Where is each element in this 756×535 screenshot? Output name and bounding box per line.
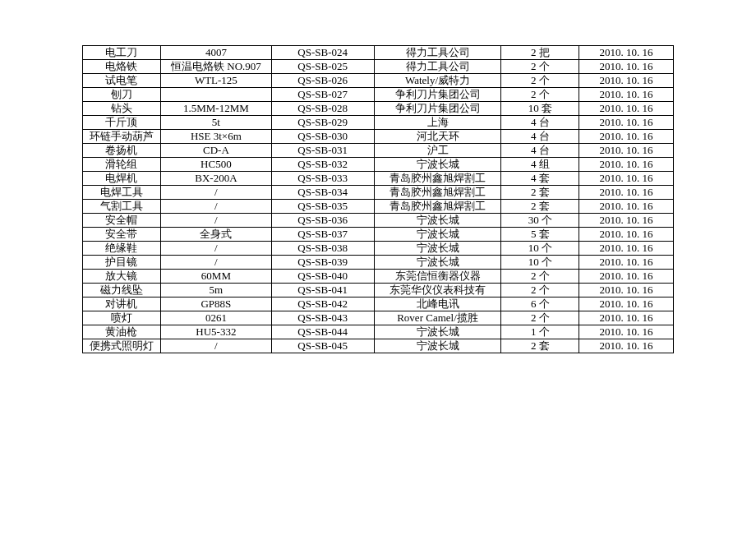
table-cell: 2 个 — [501, 60, 579, 74]
table-cell: 争利刀片集团公司 — [374, 102, 501, 116]
table-cell: 4007 — [160, 46, 271, 60]
table-row: 滑轮组HC500QS-SB-032宁波长城4 组2010. 10. 16 — [83, 158, 674, 172]
table-cell: Rover Camel/揽胜 — [374, 311, 501, 325]
table-cell: 全身式 — [160, 228, 271, 242]
equipment-table: 电工刀4007QS-SB-024得力工具公司2 把2010. 10. 16电烙铁… — [82, 45, 674, 353]
table-row: 电焊机BX-200AQS-SB-033青岛胶州鑫旭焊割工4 套2010. 10.… — [83, 172, 674, 186]
table-row: 卷扬机CD-AQS-SB-031沪工4 台2010. 10. 16 — [83, 144, 674, 158]
table-cell: 10 个 — [501, 242, 579, 256]
table-cell: / — [160, 242, 271, 256]
table-cell: 试电笔 — [83, 74, 161, 88]
table-cell: 北峰电讯 — [374, 297, 501, 311]
table-cell: 2 个 — [501, 88, 579, 102]
table-cell: 2010. 10. 16 — [579, 200, 674, 214]
table-cell: 喷灯 — [83, 311, 161, 325]
table-cell: 上海 — [374, 116, 501, 130]
table-cell: QS-SB-043 — [271, 311, 374, 325]
table-cell: QS-SB-024 — [271, 46, 374, 60]
table-row: 环链手动葫芦HSE 3t×6mQS-SB-030河北天环4 台2010. 10.… — [83, 130, 674, 144]
table-cell: 2010. 10. 16 — [579, 284, 674, 297]
table-cell: 刨刀 — [83, 88, 161, 102]
table-cell: 2010. 10. 16 — [579, 74, 674, 88]
table-cell: 2010. 10. 16 — [579, 228, 674, 242]
table-cell: 青岛胶州鑫旭焊割工 — [374, 200, 501, 214]
table-cell: 2010. 10. 16 — [579, 311, 674, 325]
table-cell: 得力工具公司 — [374, 46, 501, 60]
table-cell: 2010. 10. 16 — [579, 297, 674, 311]
table-cell: QS-SB-032 — [271, 158, 374, 172]
table-cell: 2010. 10. 16 — [579, 186, 674, 200]
table-cell: / — [160, 339, 271, 353]
table-row: 电焊工具/QS-SB-034青岛胶州鑫旭焊割工2 套2010. 10. 16 — [83, 186, 674, 200]
table-cell: 4 组 — [501, 158, 579, 172]
table-cell — [160, 88, 271, 102]
table-cell: 电焊工具 — [83, 186, 161, 200]
table-row: 绝缘鞋/QS-SB-038宁波长城10 个2010. 10. 16 — [83, 242, 674, 256]
table-cell: GP88S — [160, 297, 271, 311]
table-cell: BX-200A — [160, 172, 271, 186]
table-cell: 电烙铁 — [83, 60, 161, 74]
table-cell: QS-SB-026 — [271, 74, 374, 88]
table-cell: HSE 3t×6m — [160, 130, 271, 144]
table-cell: / — [160, 200, 271, 214]
table-cell: 2 个 — [501, 284, 579, 297]
table-cell: QS-SB-031 — [271, 144, 374, 158]
table-cell: 东莞华仪仪表科技有 — [374, 284, 501, 297]
table-cell: 30 个 — [501, 214, 579, 228]
table-cell: 宁波长城 — [374, 339, 501, 353]
table-cell: 2 把 — [501, 46, 579, 60]
table-cell: 钻头 — [83, 102, 161, 116]
table-row: 钻头1.5MM-12MMQS-SB-028争利刀片集团公司10 套2010. 1… — [83, 102, 674, 116]
table-cell: CD-A — [160, 144, 271, 158]
table-cell: 2010. 10. 16 — [579, 214, 674, 228]
table-cell: 4 套 — [501, 172, 579, 186]
table-cell: HU5-332 — [160, 325, 271, 339]
table-cell: QS-SB-029 — [271, 116, 374, 130]
table-cell: 滑轮组 — [83, 158, 161, 172]
table-cell: 2010. 10. 16 — [579, 46, 674, 60]
table-cell: HC500 — [160, 158, 271, 172]
table-cell: 宁波长城 — [374, 228, 501, 242]
table-cell: 5 套 — [501, 228, 579, 242]
table-cell: 青岛胶州鑫旭焊割工 — [374, 172, 501, 186]
table-cell: QS-SB-038 — [271, 242, 374, 256]
table-cell: 2010. 10. 16 — [579, 130, 674, 144]
table-row: 气割工具/QS-SB-035青岛胶州鑫旭焊割工2 套2010. 10. 16 — [83, 200, 674, 214]
table-cell: 5t — [160, 116, 271, 130]
table-cell: 宁波长城 — [374, 214, 501, 228]
table-cell: 10 套 — [501, 102, 579, 116]
table-cell: 对讲机 — [83, 297, 161, 311]
table-cell: 安全带 — [83, 228, 161, 242]
table-cell: 2 个 — [501, 311, 579, 325]
table-cell: QS-SB-028 — [271, 102, 374, 116]
table-cell: 得力工具公司 — [374, 60, 501, 74]
table-cell: 6 个 — [501, 297, 579, 311]
table-cell: / — [160, 214, 271, 228]
table-cell: 沪工 — [374, 144, 501, 158]
table-cell: 宁波长城 — [374, 256, 501, 270]
table-cell: 2010. 10. 16 — [579, 172, 674, 186]
table-cell: 4 台 — [501, 130, 579, 144]
table-row: 喷灯0261QS-SB-043Rover Camel/揽胜2 个2010. 10… — [83, 311, 674, 325]
table-cell: 护目镜 — [83, 256, 161, 270]
table-cell: 电工刀 — [83, 46, 161, 60]
table-cell: QS-SB-041 — [271, 284, 374, 297]
table-row: 千斤顶5tQS-SB-029上海4 台2010. 10. 16 — [83, 116, 674, 130]
table-cell: 2010. 10. 16 — [579, 144, 674, 158]
table-cell: 2 个 — [501, 270, 579, 284]
table-cell: 千斤顶 — [83, 116, 161, 130]
table-row: 试电笔WTL-125QS-SB-026Wately/威特力2 个2010. 10… — [83, 74, 674, 88]
table-cell: 10 个 — [501, 256, 579, 270]
table-row: 磁力线坠5mQS-SB-041东莞华仪仪表科技有2 个2010. 10. 16 — [83, 284, 674, 297]
table-cell: QS-SB-027 — [271, 88, 374, 102]
table-cell: 气割工具 — [83, 200, 161, 214]
table-cell: 2010. 10. 16 — [579, 256, 674, 270]
table-cell: 2010. 10. 16 — [579, 116, 674, 130]
table-row: 安全帽/QS-SB-036宁波长城30 个2010. 10. 16 — [83, 214, 674, 228]
table-cell: 60MM — [160, 270, 271, 284]
table-cell: 宁波长城 — [374, 325, 501, 339]
table-row: 护目镜/QS-SB-039宁波长城10 个2010. 10. 16 — [83, 256, 674, 270]
table-cell: 2 套 — [501, 339, 579, 353]
table-cell: 青岛胶州鑫旭焊割工 — [374, 186, 501, 200]
table-cell: 2010. 10. 16 — [579, 242, 674, 256]
